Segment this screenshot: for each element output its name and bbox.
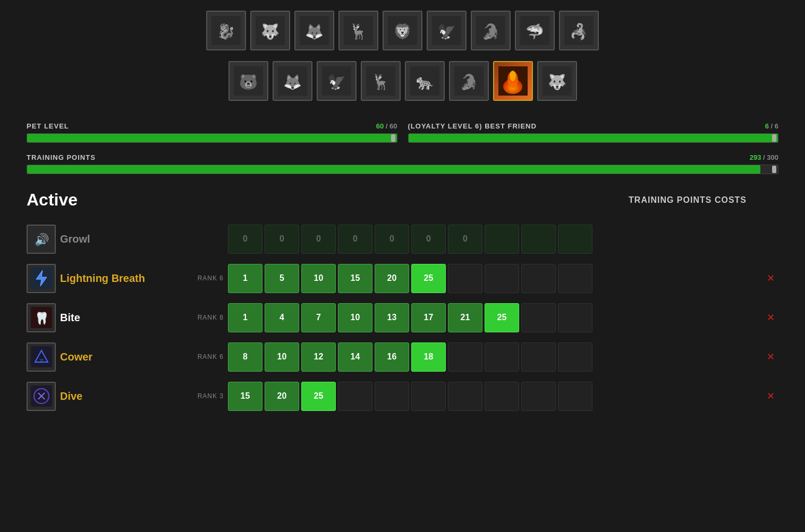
lightning-breath-costs: 1 5 10 15 20 25 bbox=[228, 264, 758, 293]
loyalty-handle[interactable] bbox=[772, 134, 776, 142]
lightning-breath-icon bbox=[27, 264, 56, 293]
bite-delete[interactable]: ✕ bbox=[762, 310, 778, 325]
pet-icon-17[interactable]: 🐺 bbox=[537, 61, 577, 101]
cower-cost-3[interactable]: 12 bbox=[301, 342, 336, 372]
pet-level-bar bbox=[27, 133, 397, 143]
svg-text:🐊: 🐊 bbox=[481, 23, 500, 40]
growl-empty-1 bbox=[485, 225, 519, 254]
cower-delete[interactable]: ✕ bbox=[762, 349, 778, 365]
dive-empty-3 bbox=[411, 382, 446, 411]
lb-cost-4[interactable]: 15 bbox=[338, 264, 372, 293]
dive-delete[interactable]: ✕ bbox=[762, 388, 778, 404]
bite-cost-2[interactable]: 4 bbox=[265, 303, 299, 332]
cower-cost-1[interactable]: 8 bbox=[228, 342, 262, 372]
skill-row-lightning-breath: Lightning Breath RANK 6 1 5 10 15 20 25 … bbox=[27, 260, 778, 297]
cower-empty-1 bbox=[448, 342, 482, 372]
pet-level-block: PET LEVEL 60 / 60 bbox=[27, 122, 397, 143]
svg-text:🦌: 🦌 bbox=[349, 23, 368, 40]
growl-cost-6[interactable]: 0 bbox=[411, 225, 446, 254]
svg-text:🐊: 🐊 bbox=[460, 73, 478, 91]
pet-icon-1[interactable]: 🐉 bbox=[206, 11, 246, 50]
pet-icon-3[interactable]: 🦊 bbox=[294, 11, 334, 50]
cower-empty-3 bbox=[521, 342, 556, 372]
dive-empty-4 bbox=[448, 382, 482, 411]
growl-cost-5[interactable]: 0 bbox=[375, 225, 409, 254]
lightning-breath-name: Lightning Breath bbox=[60, 272, 177, 285]
svg-text:🔊: 🔊 bbox=[34, 233, 49, 247]
skills-list: 🔊 Growl 0 0 0 0 0 0 0 bbox=[27, 220, 778, 415]
growl-icon: 🔊 bbox=[27, 225, 56, 254]
bite-empty-2 bbox=[558, 303, 592, 332]
pet-icon-10[interactable]: 🐻 bbox=[228, 61, 268, 101]
dive-name: Dive bbox=[60, 390, 177, 402]
training-points-label: TRAINING POINTS bbox=[27, 153, 96, 161]
cower-empty-2 bbox=[485, 342, 519, 372]
growl-cost-2[interactable]: 0 bbox=[265, 225, 299, 254]
cower-name: Cower bbox=[60, 351, 177, 363]
bite-icon: 🦷 bbox=[27, 303, 56, 332]
bite-cost-6[interactable]: 17 bbox=[411, 303, 446, 332]
pet-icon-7[interactable]: 🐊 bbox=[471, 11, 511, 50]
dive-cost-2[interactable]: 20 bbox=[265, 382, 299, 411]
growl-cost-1[interactable]: 0 bbox=[228, 225, 262, 254]
skill-row-dive: Dive RANK 3 15 20 25 ✕ bbox=[27, 377, 778, 415]
dive-cost-3[interactable]: 25 bbox=[301, 382, 336, 411]
bite-costs: 1 4 7 10 13 17 21 25 bbox=[228, 303, 758, 332]
bite-cost-7[interactable]: 21 bbox=[448, 303, 482, 332]
pet-icon-5[interactable]: 🦁 bbox=[383, 11, 422, 50]
cower-empty-4 bbox=[558, 342, 592, 372]
pet-icon-9[interactable]: 🦂 bbox=[559, 11, 599, 50]
pet-level-label: PET LEVEL bbox=[27, 122, 69, 130]
svg-text:🐺: 🐺 bbox=[261, 23, 279, 40]
bite-cost-4[interactable]: 10 bbox=[338, 303, 372, 332]
dive-cost-1[interactable]: 15 bbox=[228, 382, 262, 411]
lb-cost-2[interactable]: 5 bbox=[265, 264, 299, 293]
growl-costs: 0 0 0 0 0 0 0 bbox=[228, 225, 778, 254]
pet-icon-12[interactable]: 🦅 bbox=[317, 61, 357, 101]
bite-cost-5[interactable]: 13 bbox=[375, 303, 409, 332]
training-points-handle[interactable] bbox=[772, 166, 776, 173]
bite-empty-1 bbox=[521, 303, 556, 332]
dive-rank: RANK 3 bbox=[181, 392, 224, 400]
growl-cost-3[interactable]: 0 bbox=[301, 225, 336, 254]
svg-text:🐆: 🐆 bbox=[416, 73, 434, 91]
svg-text:🐺: 🐺 bbox=[548, 73, 566, 91]
skill-row-bite: 🦷 Bite RANK 8 1 4 7 10 13 17 21 25 ✕ bbox=[27, 299, 778, 336]
bite-cost-3[interactable]: 7 bbox=[301, 303, 336, 332]
dive-empty-5 bbox=[485, 382, 519, 411]
pet-level-fill bbox=[27, 134, 397, 142]
growl-cost-7[interactable]: 0 bbox=[448, 225, 482, 254]
lightning-breath-delete[interactable]: ✕ bbox=[762, 270, 778, 286]
loyalty-value: 6 / 6 bbox=[765, 122, 778, 130]
dive-empty-2 bbox=[375, 382, 409, 411]
pet-level-handle[interactable] bbox=[391, 134, 395, 142]
pet-icon-13[interactable]: 🦌 bbox=[361, 61, 401, 101]
svg-text:🦅: 🦅 bbox=[327, 73, 346, 91]
pet-icon-2[interactable]: 🐺 bbox=[250, 11, 290, 50]
pet-icon-16[interactable] bbox=[493, 61, 533, 101]
lb-cost-5[interactable]: 20 bbox=[375, 264, 409, 293]
loyalty-bar bbox=[408, 133, 779, 143]
growl-empty-2 bbox=[521, 225, 556, 254]
lb-cost-6[interactable]: 25 bbox=[411, 264, 446, 293]
pet-icon-14[interactable]: 🐆 bbox=[405, 61, 445, 101]
cower-cost-4[interactable]: 14 bbox=[338, 342, 372, 372]
svg-text:▿: ▿ bbox=[39, 356, 43, 365]
bite-cost-1[interactable]: 1 bbox=[228, 303, 262, 332]
pet-icon-15[interactable]: 🐊 bbox=[449, 61, 489, 101]
lb-cost-3[interactable]: 10 bbox=[301, 264, 336, 293]
dive-costs: 15 20 25 bbox=[228, 382, 758, 411]
pet-icon-11[interactable]: 🦊 bbox=[273, 61, 312, 101]
cower-cost-6[interactable]: 18 bbox=[411, 342, 446, 372]
lb-empty-2 bbox=[485, 264, 519, 293]
pet-icon-6[interactable]: 🦅 bbox=[427, 11, 467, 50]
training-points-bar bbox=[27, 165, 778, 174]
growl-cost-4[interactable]: 0 bbox=[338, 225, 372, 254]
pet-icon-8[interactable]: 🦈 bbox=[515, 11, 555, 50]
bite-cost-8[interactable]: 25 bbox=[485, 303, 519, 332]
active-title: Active bbox=[27, 190, 78, 210]
lb-cost-1[interactable]: 1 bbox=[228, 264, 262, 293]
cower-cost-5[interactable]: 16 bbox=[375, 342, 409, 372]
cower-cost-2[interactable]: 10 bbox=[265, 342, 299, 372]
pet-icon-4[interactable]: 🦌 bbox=[338, 11, 378, 50]
